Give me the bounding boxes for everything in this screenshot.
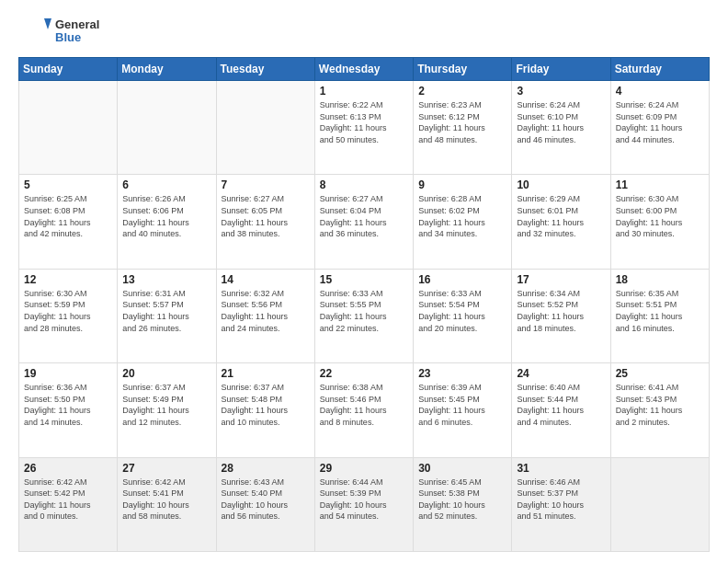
logo: General Blue: [18, 15, 99, 48]
calendar-cell: [216, 81, 314, 175]
day-info: Sunrise: 6:40 AM Sunset: 5:44 PM Dayligh…: [517, 382, 605, 428]
calendar-cell: 10Sunrise: 6:29 AM Sunset: 6:01 PM Dayli…: [512, 175, 610, 269]
day-info: Sunrise: 6:32 AM Sunset: 5:56 PM Dayligh…: [222, 288, 310, 334]
calendar-table: SundayMondayTuesdayWednesdayThursdayFrid…: [18, 57, 710, 552]
day-info: Sunrise: 6:42 AM Sunset: 5:42 PM Dayligh…: [24, 477, 112, 523]
day-info: Sunrise: 6:27 AM Sunset: 6:04 PM Dayligh…: [320, 193, 408, 239]
calendar-cell: 30Sunrise: 6:45 AM Sunset: 5:38 PM Dayli…: [414, 457, 512, 551]
day-info: Sunrise: 6:24 AM Sunset: 6:10 PM Dayligh…: [517, 99, 605, 145]
calendar-cell: 13Sunrise: 6:31 AM Sunset: 5:57 PM Dayli…: [118, 269, 216, 362]
calendar-cell: 31Sunrise: 6:46 AM Sunset: 5:37 PM Dayli…: [512, 457, 610, 551]
day-info: Sunrise: 6:45 AM Sunset: 5:38 PM Dayligh…: [418, 477, 506, 523]
day-number: 25: [616, 367, 704, 380]
day-info: Sunrise: 6:31 AM Sunset: 5:57 PM Dayligh…: [122, 288, 210, 334]
calendar-cell: 16Sunrise: 6:33 AM Sunset: 5:54 PM Dayli…: [414, 269, 512, 362]
day-number: 16: [418, 273, 506, 286]
calendar-cell: 22Sunrise: 6:38 AM Sunset: 5:46 PM Dayli…: [314, 363, 413, 457]
day-number: 31: [517, 462, 605, 475]
day-info: Sunrise: 6:22 AM Sunset: 6:13 PM Dayligh…: [320, 99, 408, 145]
calendar-cell: 14Sunrise: 6:32 AM Sunset: 5:56 PM Dayli…: [216, 269, 314, 362]
calendar-day-header: Sunday: [19, 58, 118, 81]
day-number: 5: [24, 178, 112, 191]
logo-text: General Blue: [55, 18, 99, 45]
day-number: 1: [320, 85, 408, 98]
day-info: Sunrise: 6:39 AM Sunset: 5:45 PM Dayligh…: [418, 382, 506, 428]
day-number: 6: [122, 178, 210, 191]
calendar-cell: 17Sunrise: 6:34 AM Sunset: 5:52 PM Dayli…: [512, 269, 610, 362]
day-number: 18: [616, 273, 704, 286]
day-number: 21: [222, 367, 310, 380]
calendar-cell: [19, 81, 118, 175]
day-info: Sunrise: 6:23 AM Sunset: 6:12 PM Dayligh…: [418, 99, 506, 145]
day-number: 12: [24, 273, 112, 286]
day-info: Sunrise: 6:33 AM Sunset: 5:54 PM Dayligh…: [418, 288, 506, 334]
calendar-cell: 2Sunrise: 6:23 AM Sunset: 6:12 PM Daylig…: [414, 81, 512, 175]
calendar-cell: 7Sunrise: 6:27 AM Sunset: 6:05 PM Daylig…: [216, 175, 314, 269]
calendar-cell: [118, 81, 216, 175]
day-number: 7: [222, 178, 310, 191]
day-info: Sunrise: 6:29 AM Sunset: 6:01 PM Dayligh…: [517, 193, 605, 239]
calendar-cell: 20Sunrise: 6:37 AM Sunset: 5:49 PM Dayli…: [118, 363, 216, 457]
day-number: 2: [418, 85, 506, 98]
calendar-week-row: 5Sunrise: 6:25 AM Sunset: 6:08 PM Daylig…: [19, 175, 710, 269]
day-number: 17: [517, 273, 605, 286]
calendar-cell: 11Sunrise: 6:30 AM Sunset: 6:00 PM Dayli…: [610, 175, 709, 269]
day-number: 27: [122, 462, 210, 475]
calendar-week-row: 26Sunrise: 6:42 AM Sunset: 5:42 PM Dayli…: [19, 457, 710, 551]
calendar-day-header: Tuesday: [216, 58, 314, 81]
calendar-cell: 27Sunrise: 6:42 AM Sunset: 5:41 PM Dayli…: [118, 457, 216, 551]
calendar-week-row: 12Sunrise: 6:30 AM Sunset: 5:59 PM Dayli…: [19, 269, 710, 362]
calendar-cell: 18Sunrise: 6:35 AM Sunset: 5:51 PM Dayli…: [610, 269, 709, 362]
calendar-cell: 29Sunrise: 6:44 AM Sunset: 5:39 PM Dayli…: [314, 457, 413, 551]
day-info: Sunrise: 6:37 AM Sunset: 5:49 PM Dayligh…: [122, 382, 210, 428]
day-info: Sunrise: 6:34 AM Sunset: 5:52 PM Dayligh…: [517, 288, 605, 334]
calendar-cell: [610, 457, 709, 551]
day-info: Sunrise: 6:35 AM Sunset: 5:51 PM Dayligh…: [616, 288, 704, 334]
calendar-cell: 5Sunrise: 6:25 AM Sunset: 6:08 PM Daylig…: [19, 175, 118, 269]
calendar-cell: 6Sunrise: 6:26 AM Sunset: 6:06 PM Daylig…: [118, 175, 216, 269]
day-number: 3: [517, 85, 605, 98]
day-info: Sunrise: 6:36 AM Sunset: 5:50 PM Dayligh…: [24, 382, 112, 428]
logo-blue: Blue: [55, 31, 99, 44]
day-number: 13: [122, 273, 210, 286]
day-number: 15: [320, 273, 408, 286]
day-info: Sunrise: 6:30 AM Sunset: 5:59 PM Dayligh…: [24, 288, 112, 334]
day-info: Sunrise: 6:25 AM Sunset: 6:08 PM Dayligh…: [24, 193, 112, 239]
day-info: Sunrise: 6:42 AM Sunset: 5:41 PM Dayligh…: [122, 477, 210, 523]
calendar-cell: 24Sunrise: 6:40 AM Sunset: 5:44 PM Dayli…: [512, 363, 610, 457]
day-info: Sunrise: 6:38 AM Sunset: 5:46 PM Dayligh…: [320, 382, 408, 428]
day-number: 26: [24, 462, 112, 475]
calendar-cell: 1Sunrise: 6:22 AM Sunset: 6:13 PM Daylig…: [314, 81, 413, 175]
day-number: 19: [24, 367, 112, 380]
day-number: 30: [418, 462, 506, 475]
calendar-day-header: Wednesday: [314, 58, 413, 81]
logo-svg: [18, 15, 51, 48]
day-number: 9: [418, 178, 506, 191]
day-info: Sunrise: 6:46 AM Sunset: 5:37 PM Dayligh…: [517, 477, 605, 523]
day-number: 20: [122, 367, 210, 380]
day-info: Sunrise: 6:33 AM Sunset: 5:55 PM Dayligh…: [320, 288, 408, 334]
calendar-cell: 8Sunrise: 6:27 AM Sunset: 6:04 PM Daylig…: [314, 175, 413, 269]
calendar-cell: 28Sunrise: 6:43 AM Sunset: 5:40 PM Dayli…: [216, 457, 314, 551]
day-info: Sunrise: 6:26 AM Sunset: 6:06 PM Dayligh…: [122, 193, 210, 239]
page: General Blue SundayMondayTuesdayWednesda…: [0, 0, 728, 563]
calendar-cell: 25Sunrise: 6:41 AM Sunset: 5:43 PM Dayli…: [610, 363, 709, 457]
day-info: Sunrise: 6:43 AM Sunset: 5:40 PM Dayligh…: [222, 477, 310, 523]
logo-general: General: [55, 18, 99, 31]
day-info: Sunrise: 6:41 AM Sunset: 5:43 PM Dayligh…: [616, 382, 704, 428]
calendar-day-header: Friday: [512, 58, 610, 81]
calendar-week-row: 19Sunrise: 6:36 AM Sunset: 5:50 PM Dayli…: [19, 363, 710, 457]
calendar-cell: 21Sunrise: 6:37 AM Sunset: 5:48 PM Dayli…: [216, 363, 314, 457]
day-number: 8: [320, 178, 408, 191]
day-info: Sunrise: 6:37 AM Sunset: 5:48 PM Dayligh…: [222, 382, 310, 428]
day-number: 23: [418, 367, 506, 380]
calendar-cell: 12Sunrise: 6:30 AM Sunset: 5:59 PM Dayli…: [19, 269, 118, 362]
calendar-day-header: Saturday: [610, 58, 709, 81]
calendar-cell: 15Sunrise: 6:33 AM Sunset: 5:55 PM Dayli…: [314, 269, 413, 362]
calendar-day-header: Thursday: [414, 58, 512, 81]
day-info: Sunrise: 6:30 AM Sunset: 6:00 PM Dayligh…: [616, 193, 704, 239]
calendar-week-row: 1Sunrise: 6:22 AM Sunset: 6:13 PM Daylig…: [19, 81, 710, 175]
day-number: 14: [222, 273, 310, 286]
day-info: Sunrise: 6:24 AM Sunset: 6:09 PM Dayligh…: [616, 99, 704, 145]
calendar-cell: 19Sunrise: 6:36 AM Sunset: 5:50 PM Dayli…: [19, 363, 118, 457]
